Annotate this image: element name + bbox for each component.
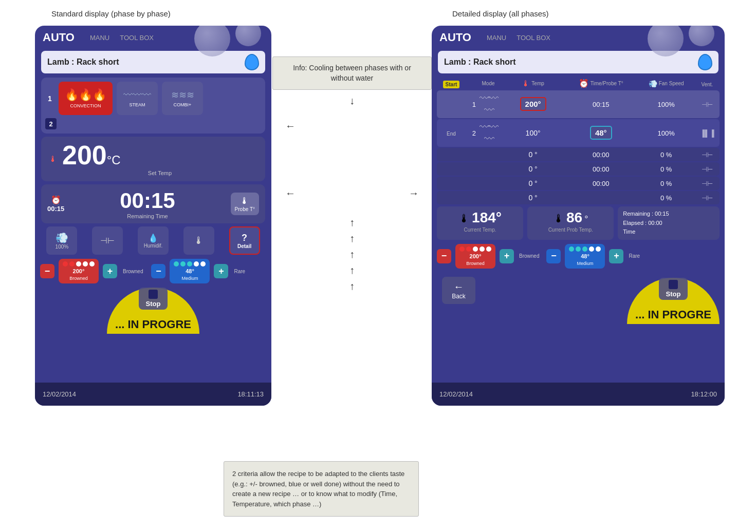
right-tab-manu[interactable]: MANU [487, 34, 506, 42]
steam-label: STEAM [129, 102, 145, 107]
row4-time-value: 00:00 [593, 165, 610, 173]
fan-speed-btn[interactable]: 💨 100% [46, 226, 77, 255]
row4-vent: ⊣⊢ [699, 164, 715, 174]
right-rare-plus-btn[interactable]: + [609, 249, 623, 263]
right-footer-date: 12/02/2014 [439, 390, 473, 398]
right-browned-plus-btn[interactable]: + [500, 249, 514, 263]
detail-row-2[interactable]: End 2 〰〰〰 100° 48° 100% ▐▌▐ [437, 119, 720, 147]
left-phase-container: 1 🔥🔥🔥 CONVECTION 〰〰〰 STEAM ≋≋≋ COMBI+ 2 [41, 78, 265, 134]
right-stop-btn[interactable]: Stop [659, 278, 688, 300]
detail-row-4[interactable]: 0 ° 00:00 0 % ⊣⊢ [437, 162, 720, 176]
timer-small-container: ⏰ 00:15 [47, 195, 64, 213]
convection-icon: 🔥🔥🔥 [65, 88, 106, 102]
vent-btn[interactable]: ⊣⊢ [92, 226, 123, 255]
row1-mode: 〰〰〰 [479, 92, 497, 116]
dot-red-2 [69, 261, 75, 267]
arrow-down-1: ↓ [349, 95, 355, 107]
medium-sel-box: 48° Medium [170, 259, 210, 283]
right-dot-white-m1 [589, 246, 594, 252]
current-probe-reading: 🌡 86 ° [553, 210, 588, 226]
detail-row-5[interactable]: 0 ° 00:00 0 % ⊣⊢ [437, 177, 720, 190]
detail-row-3[interactable]: 0 ° 00:00 0 % ⊣⊢ [437, 148, 720, 161]
browned-value-1: 200° [73, 268, 85, 274]
right-stop-icon [669, 280, 678, 289]
probe-reading-icon: 🌡 [553, 212, 564, 225]
clock-icon: ⏰ [51, 195, 61, 205]
current-probe-label: Current Prob Temp. [548, 227, 593, 233]
row1-time-value: 00:15 [593, 101, 610, 108]
row3-temp: 0 ° [501, 150, 565, 159]
fan-icon: 💨 [56, 232, 68, 244]
right-medium-value: 48° [581, 253, 589, 259]
time-col-icon: ⏰ [579, 79, 589, 88]
time-col-label: Time/Probe T° [591, 81, 623, 86]
current-probe-value: 86 [566, 210, 582, 226]
dot-red-1 [63, 261, 68, 267]
browned-minus-btn[interactable]: − [40, 264, 54, 278]
convection-btn[interactable]: 🔥🔥🔥 CONVECTION [59, 82, 113, 115]
left-stop-btn[interactable]: Stop [139, 288, 168, 310]
info-box: Info: Cooling between phases with or wit… [272, 56, 432, 90]
rare-plus-btn[interactable]: + [214, 264, 228, 278]
browned-plus-btn[interactable]: + [103, 264, 117, 278]
left-temp-display: 🌡 200 °C Set Temp [41, 137, 265, 181]
header-circles-left [194, 26, 261, 56]
right-browned-label-2: Browned [519, 253, 539, 259]
row2-probe-value: 48° [590, 126, 612, 140]
left-tab-auto[interactable]: AUTO [43, 31, 75, 44]
left-temp-unit: °C [107, 153, 121, 167]
probe-label: Probe T° [235, 206, 255, 212]
combi-btn[interactable]: ≋≋≋ COMBI+ [162, 82, 203, 115]
row4-temp: 0 ° [501, 164, 565, 174]
temp-thermo-icon: 🌡 [49, 155, 57, 164]
left-panel-header: AUTO MANU TOOL BOX [35, 26, 271, 47]
arrow-left-2: ← [285, 187, 296, 199]
left-tab-toolbox[interactable]: TOOL BOX [120, 34, 154, 42]
right-medium-dots [569, 246, 601, 252]
remaining-time-display: Remaining : 00:15 Elapsed : 00:00 Time [623, 210, 714, 237]
temp-probe-btn[interactable]: 🌡 [183, 226, 214, 255]
right-browned-minus-btn[interactable]: − [437, 249, 451, 263]
timer-big-container: 00:15 Remaining Time [69, 188, 225, 219]
steam-btn[interactable]: 〰〰〰 STEAM [117, 82, 158, 115]
humidif-btn[interactable]: 💧 Humidif. [138, 226, 169, 255]
medium-minus-btn[interactable]: − [151, 264, 165, 278]
detail-row-1[interactable]: 1 〰〰〰 200° 00:15 100% ⊣⊢ [437, 90, 720, 118]
current-temp-reading: 🌡 184° [458, 210, 502, 226]
start-badge: Start [443, 81, 460, 88]
arrow-left-1: ← [285, 120, 296, 132]
right-medium-minus-btn[interactable]: − [546, 249, 561, 263]
left-in-progress: ... IN PROGRE [115, 318, 191, 331]
right-in-progress: ... IN PROGRE [635, 308, 711, 321]
medium-value: 48° [186, 268, 194, 274]
left-panel-title: Standard display (phase by phase) [51, 9, 171, 18]
rare-label: Rare [234, 269, 245, 274]
right-panel-title: Detailed display (all phases) [452, 9, 549, 18]
row5-vent: ⊣⊢ [699, 179, 715, 188]
right-tab-toolbox[interactable]: TOOL BOX [517, 34, 550, 42]
vent-icon: ⊣⊢ [100, 236, 115, 245]
right-tab-auto[interactable]: AUTO [439, 31, 471, 44]
col-start: Start [441, 79, 462, 88]
col-time-header: ⏰ Time/Probe T° [568, 79, 633, 88]
right-browned-dots-1 [459, 246, 491, 252]
elapsed-value: 00:00 [648, 220, 662, 226]
right-footer-time: 18:12:00 [691, 390, 717, 398]
left-panel-footer: 12/02/2014 18:11:13 [35, 383, 271, 406]
right-panel: AUTO MANU TOOL BOX Lamb : Rack short Sta… [432, 26, 725, 406]
convection-label: CONVECTION [70, 103, 101, 108]
browned-label-1: Browned [69, 276, 88, 281]
left-footer-date: 12/02/2014 [43, 390, 76, 398]
probe-icon: 🌡 [240, 196, 249, 206]
left-controls-row: 💨 100% ⊣⊢ 💧 Humidif. 🌡 ? Detail [41, 226, 265, 255]
col-fan-header: 💨 Fan Speed [636, 80, 696, 88]
back-btn[interactable]: ← Back [442, 277, 475, 304]
row5-time-value: 00:00 [593, 180, 610, 187]
probe-button[interactable]: 🌡 Probe T° [231, 193, 259, 215]
left-tab-manu[interactable]: MANU [90, 34, 109, 42]
temp-value-container: 200 °C Set Temp [62, 142, 257, 176]
detail-btn[interactable]: ? Detail [229, 226, 260, 255]
detail-row-6[interactable]: 0 ° 0 % ⊣⊢ [437, 191, 720, 204]
dot-white-m2 [200, 261, 206, 267]
row3-vent: ⊣⊢ [699, 150, 715, 159]
